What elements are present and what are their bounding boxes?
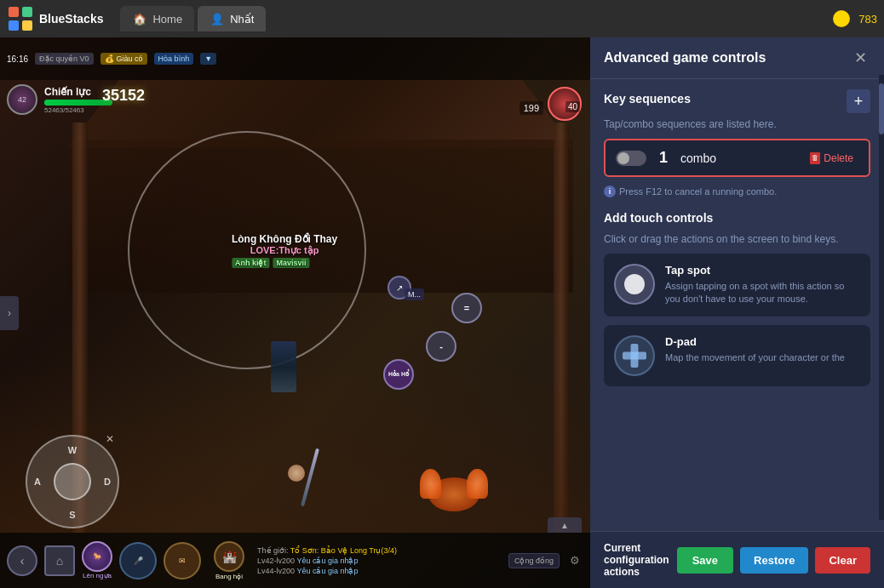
- panel-content[interactable]: Key sequences + Tap/combo sequences are …: [590, 79, 884, 531]
- ride-label: Lên ngựa: [83, 572, 112, 579]
- quest1-name: Tổ Sơn: Bảo Vệ Long Trụ(3/4): [290, 546, 397, 555]
- key-sequence-item-1[interactable]: 1 combo 🗑 Delete: [604, 139, 870, 177]
- wing-right: [467, 469, 488, 499]
- ride-icon[interactable]: 🐎: [82, 541, 112, 572]
- hud-time: 16:16: [7, 54, 28, 64]
- svg-rect-2: [9, 20, 19, 31]
- settings-icon[interactable]: ⚙: [566, 552, 583, 569]
- bluestacks-logo: [7, 5, 34, 32]
- key-sequences-title: Key sequences: [604, 92, 691, 106]
- joystick-d-label: D: [104, 477, 111, 487]
- info-icon: i: [604, 186, 616, 197]
- clear-button[interactable]: Clear: [815, 547, 870, 574]
- action-btn-eq[interactable]: =: [451, 293, 482, 323]
- restore-button[interactable]: Restore: [740, 547, 808, 574]
- touch-controls-desc: Click or drag the actions on the screen …: [604, 233, 870, 245]
- tab-character[interactable]: 👤 Nhất: [198, 6, 266, 31]
- touch-controls-title: Add touch controls: [604, 211, 713, 225]
- guild-section: 🎤: [119, 542, 157, 579]
- tap-spot-card[interactable]: Tap spot Assign tapping on a spot with t…: [604, 254, 870, 317]
- home-icon: 🏠: [132, 11, 147, 26]
- dpad-desc: Map the movement of your character or th…: [665, 351, 860, 364]
- ride-section: 🐎 Lên ngựa: [82, 541, 112, 579]
- delete-icon-1: 🗑: [810, 152, 820, 164]
- hoa-ho-label: Hỏa Hổ: [388, 371, 409, 378]
- quest-row-3: Lv44-lv200 Yêu cầu gia nhập: [257, 567, 502, 575]
- hud-portrait-num: 199: [519, 101, 543, 115]
- dpad-card[interactable]: D-pad Map the movement of your character…: [604, 325, 870, 386]
- joystick-a-label: A: [34, 477, 41, 487]
- guild-label: Bang hội: [215, 573, 243, 580]
- tap-spot-desc: Assign tapping on a spot with this actio…: [665, 280, 860, 306]
- mic-button[interactable]: 🎤: [119, 542, 157, 579]
- delete-sequence-button-1[interactable]: 🗑 Delete: [805, 151, 858, 166]
- dpad-name: D-pad: [665, 335, 860, 348]
- joystick-inner: [54, 463, 91, 500]
- char-players: Anh kiệt Mavisvii: [232, 258, 337, 268]
- title-bar-right: 783: [833, 10, 877, 27]
- scrollbar-thumb[interactable]: [879, 83, 884, 134]
- guild-icon[interactable]: 🏰: [214, 541, 244, 572]
- action-btn-minus[interactable]: -: [426, 331, 456, 362]
- game-hud-top: 16:16 Đặc quyền V0 💰 Giàu có Hòa bình ▼: [0, 37, 590, 80]
- close-button[interactable]: ✕: [850, 48, 870, 68]
- quest-row-1: Thế giới: Tổ Sơn: Bảo Vệ Long Trụ(3/4): [257, 546, 502, 555]
- dpad-info: D-pad Map the movement of your character…: [665, 335, 860, 364]
- back-button[interactable]: ‹: [7, 545, 37, 576]
- char-icon: 👤: [210, 11, 225, 26]
- joystick-x-btn[interactable]: ✕: [106, 433, 114, 445]
- community-label: Cộng đồng: [514, 557, 554, 565]
- hud-gold: 💰 Giàu có: [100, 53, 147, 65]
- tap-spot-icon-circle: [614, 264, 655, 305]
- char-action-text: Lòng Không Đổi Thay LOVE:Thực tập Anh ki…: [232, 233, 337, 268]
- quest2-level: Lv42-lv200: [257, 557, 295, 565]
- quest2-link: Yêu cầu gia nhập: [296, 557, 358, 565]
- guild-button[interactable]: 🏰 Bang hội: [208, 541, 250, 580]
- arrow-up[interactable]: ▲: [548, 517, 582, 533]
- player1-badge: Anh kiệt: [232, 258, 270, 268]
- home-button[interactable]: ⌂: [44, 545, 75, 576]
- action-btn-hoa-ho[interactable]: Hỏa Hổ: [383, 359, 414, 390]
- hud-dropdown[interactable]: ▼: [200, 53, 216, 65]
- tab-character-label: Nhất: [230, 13, 254, 26]
- main-content: 16:16 Đặc quyền V0 💰 Giàu có Hòa bình ▼ …: [0, 37, 884, 588]
- bottom-quest-area: Thế giới: Tổ Sơn: Bảo Vệ Long Trụ(3/4) L…: [257, 546, 502, 575]
- hud-level-40: 40: [565, 101, 580, 112]
- wing-left: [420, 469, 441, 499]
- tap-circle-icon: [624, 274, 645, 294]
- dpad-vertical: [631, 344, 639, 368]
- char-head: [288, 465, 305, 482]
- action-buttons-group: Save Restore Clear: [677, 547, 870, 574]
- key-sequences-desc: Tap/combo sequences are listed here.: [604, 118, 870, 130]
- scene-wall: [68, 140, 573, 293]
- joystick[interactable]: W S A D ✕: [26, 435, 119, 528]
- letter-button[interactable]: ✉: [164, 542, 201, 579]
- brand-label: BlueStacks: [39, 12, 103, 26]
- hud-avatar: 42: [7, 84, 37, 115]
- joystick-outer[interactable]: W S A D ✕: [26, 435, 119, 528]
- creature: [420, 469, 488, 520]
- tab-home[interactable]: 🏠 Home: [120, 6, 194, 31]
- arrow-left[interactable]: ›: [0, 296, 19, 330]
- svg-rect-3: [22, 20, 32, 31]
- community-button[interactable]: Cộng đồng: [508, 553, 560, 568]
- char-body: [271, 341, 296, 392]
- float-skill-label: M...: [405, 288, 424, 300]
- save-button[interactable]: Save: [677, 547, 733, 574]
- title-bar: BlueStacks 🏠 Home 👤 Nhất 783: [0, 0, 884, 37]
- quest-row-2: Lv42-lv200 Yêu cầu gia nhập: [257, 557, 502, 565]
- scrollbar-track[interactable]: [879, 75, 884, 520]
- game-area: 16:16 Đặc quyền V0 💰 Giàu có Hòa bình ▼ …: [0, 37, 590, 588]
- hud-hp-text: 52463/52463: [44, 106, 112, 114]
- quest3-level: Lv44-lv200: [257, 567, 295, 575]
- seq-name-1: combo: [680, 151, 796, 165]
- right-panel: Advanced game controls ✕ Key sequences +…: [590, 37, 884, 588]
- hud-char-info: 42 Chiến lực 52463/52463: [7, 84, 112, 115]
- dpad-icon-circle: [614, 335, 655, 376]
- add-sequence-button[interactable]: +: [847, 89, 870, 113]
- hud-score: 35152: [102, 87, 145, 105]
- player2-badge: Mavisvii: [273, 258, 309, 268]
- tap-spot-name: Tap spot: [665, 264, 860, 277]
- toggle-switch-1[interactable]: [616, 151, 646, 166]
- joystick-s-label: S: [69, 510, 75, 520]
